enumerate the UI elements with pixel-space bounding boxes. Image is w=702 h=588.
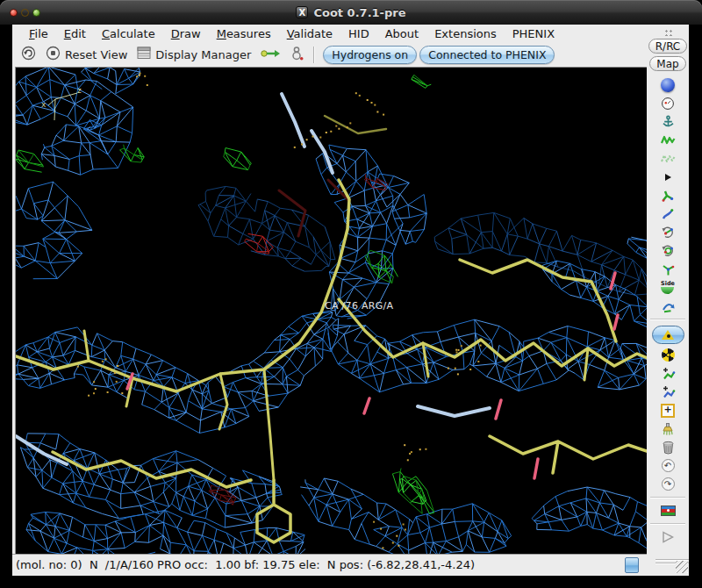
menu-extensions[interactable]: Extensions bbox=[426, 27, 505, 40]
clock-timer-button[interactable] bbox=[647, 94, 689, 112]
main-toolbar: Reset View Display Manager Hydrogens on … bbox=[12, 42, 647, 67]
regularize-zone-button[interactable] bbox=[647, 149, 689, 168]
auto-fit-rotamer-button[interactable] bbox=[647, 186, 689, 204]
app-window: FileEditCalculateDrawMeasuresValidateHID… bbox=[12, 25, 689, 576]
add-alt-conf-icon bbox=[661, 385, 676, 399]
regularize-squiggle-icon bbox=[660, 152, 676, 165]
menu-hid[interactable]: HID bbox=[340, 27, 377, 40]
mutate-pill bbox=[652, 326, 684, 344]
refine-squiggle-icon bbox=[660, 133, 676, 147]
menu-validate[interactable]: Validate bbox=[279, 27, 340, 40]
delete-item-button[interactable] bbox=[647, 438, 689, 456]
title-area: X Coot 0.7.1-pre bbox=[0, 0, 702, 25]
panel-separator bbox=[647, 520, 689, 527]
rotamer-figure-green-icon bbox=[661, 189, 675, 203]
expand-tools-button[interactable] bbox=[647, 168, 689, 186]
rotamer-figure-button[interactable] bbox=[287, 44, 307, 65]
figure-eight-icon bbox=[290, 46, 304, 63]
edit-chi-icon bbox=[661, 262, 676, 276]
undo-button[interactable]: ↶ bbox=[647, 456, 689, 475]
window-title: Coot 0.7.1-pre bbox=[313, 6, 405, 19]
play-button[interactable] bbox=[647, 527, 689, 546]
flip-peptide-button[interactable] bbox=[647, 297, 689, 315]
go-to-atom-button[interactable] bbox=[257, 46, 284, 64]
rotate-translate-zone-button[interactable] bbox=[647, 223, 689, 241]
status-text: (mol. no: 0) N /1/A/160 PRO occ: 1.00 bf… bbox=[12, 555, 647, 575]
phenix-status-button[interactable]: Connected to PHENIX bbox=[419, 46, 555, 64]
rotate-translate-residue-button[interactable] bbox=[647, 241, 689, 260]
redo-button[interactable]: ↷ bbox=[647, 475, 689, 493]
screen: X Coot 0.7.1-pre FileEditCalculateDrawMe… bbox=[0, 0, 702, 588]
side-chain-flip-icon: Side bbox=[661, 281, 675, 294]
add-terminal-residue-button[interactable] bbox=[647, 364, 689, 383]
axis-label-x: x bbox=[41, 101, 46, 109]
menu-phenix[interactable]: PHENIX bbox=[505, 27, 562, 40]
brush-icon bbox=[661, 422, 675, 436]
menu-calculate[interactable]: Calculate bbox=[94, 27, 163, 40]
rotamers-button[interactable] bbox=[647, 204, 689, 223]
x11-icon: X bbox=[296, 6, 308, 18]
panel-separator bbox=[647, 315, 689, 323]
redo-arrow-icon: ↷ bbox=[662, 477, 675, 491]
scroll-thumb[interactable] bbox=[625, 557, 639, 573]
menu-edit[interactable]: Edit bbox=[56, 27, 94, 40]
recenter-view-button[interactable] bbox=[18, 44, 39, 65]
rotate-translate-residue-icon bbox=[661, 243, 676, 258]
radiation-trefoil-icon bbox=[662, 348, 675, 362]
resize-grip[interactable] bbox=[676, 561, 688, 573]
reset-view-button[interactable]: Reset View bbox=[42, 44, 131, 65]
menu-draw[interactable]: Draw bbox=[163, 27, 209, 40]
trash-icon bbox=[662, 441, 675, 455]
tool-panel: R/RC Map Side+↶↷ bbox=[647, 25, 689, 576]
toolbar-separator bbox=[313, 47, 315, 63]
clock-icon bbox=[661, 97, 675, 111]
sphere-icon bbox=[661, 78, 675, 92]
strip-hydrogens-brush-button[interactable] bbox=[647, 419, 689, 438]
tool-stack: Side+↶↷ bbox=[647, 75, 689, 546]
green-arrow-icon bbox=[261, 47, 281, 62]
target-circle-icon bbox=[46, 46, 61, 63]
status-bar: (mol. no: 0) N /1/A/160 PRO occ: 1.00 bf… bbox=[12, 554, 647, 576]
edit-chi-angles-button[interactable] bbox=[647, 260, 689, 278]
rotate-translate-icon bbox=[661, 225, 676, 240]
layers-icon bbox=[137, 47, 151, 62]
panel-separator bbox=[647, 493, 689, 501]
display-manager-label: Display Manager bbox=[155, 48, 251, 61]
flip-peptide-icon bbox=[661, 299, 676, 313]
menu-file[interactable]: File bbox=[21, 27, 56, 40]
flag-icon bbox=[661, 506, 676, 516]
display-manager-button[interactable]: Display Manager bbox=[133, 45, 254, 64]
anchor-icon bbox=[662, 115, 675, 129]
graphics-canvas[interactable]: x z CA /76 ARG/A bbox=[15, 67, 648, 555]
axis-label-z: z bbox=[77, 87, 82, 95]
undo-arrow-icon: ↶ bbox=[662, 459, 675, 472]
menu-bar: FileEditCalculateDrawMeasuresValidateHID… bbox=[12, 25, 647, 42]
atom-label: CA /76 ARG/A bbox=[325, 300, 393, 312]
real-space-refine-zone-button[interactable] bbox=[647, 131, 689, 149]
reset-view-label: Reset View bbox=[65, 48, 127, 61]
menu-measures[interactable]: Measures bbox=[209, 27, 279, 40]
place-atom-button[interactable]: + bbox=[647, 401, 689, 419]
add-alt-conf-button[interactable] bbox=[647, 383, 689, 401]
rc-button[interactable]: R/RC bbox=[648, 39, 688, 54]
hydrogens-toggle-button[interactable]: Hydrogens on bbox=[323, 46, 417, 64]
run-refmac-button[interactable] bbox=[647, 501, 689, 520]
mutate-triangle-icon bbox=[661, 329, 675, 341]
window-titlebar[interactable]: X Coot 0.7.1-pre bbox=[0, 0, 702, 25]
simple-mutate-button[interactable] bbox=[647, 346, 689, 364]
place-atom-icon: + bbox=[661, 404, 675, 418]
panel-grip-handle[interactable] bbox=[663, 28, 673, 36]
add-terminal-icon bbox=[661, 367, 676, 381]
play-outline-icon bbox=[660, 530, 676, 544]
menu-about[interactable]: About bbox=[377, 27, 426, 40]
side-chain-180-flip-button[interactable]: Side bbox=[647, 278, 689, 297]
mutate-residue-button[interactable] bbox=[647, 323, 689, 346]
expand-triangle-icon bbox=[665, 174, 671, 181]
view-sphere-button[interactable] bbox=[647, 75, 689, 94]
map-button[interactable]: Map bbox=[649, 56, 685, 71]
fix-atoms-anchor-button[interactable] bbox=[647, 112, 689, 131]
circle-arrow-icon bbox=[21, 46, 36, 63]
rotamer-figure-blue-icon bbox=[661, 207, 675, 221]
